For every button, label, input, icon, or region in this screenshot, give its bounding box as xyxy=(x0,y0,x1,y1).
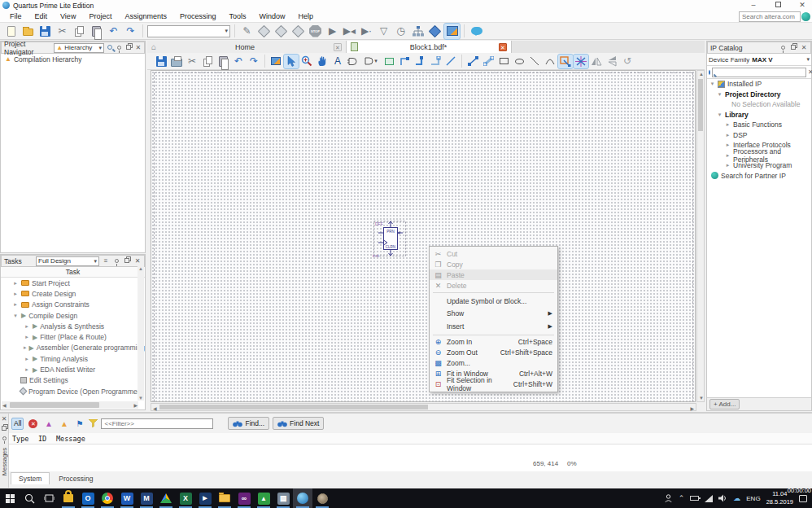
tab-block1-bdf[interactable]: Block1.bdf* ✕ xyxy=(347,41,512,53)
task-create-design[interactable]: ▸Create Design xyxy=(1,288,145,299)
search-icon[interactable] xyxy=(107,44,113,51)
device-family-value[interactable]: MAX V xyxy=(752,56,772,64)
close-panel-icon[interactable]: ✕ xyxy=(135,44,142,51)
pin-icon[interactable] xyxy=(779,44,787,51)
taskbar-mattermost[interactable]: M xyxy=(137,488,156,508)
taskbar-drive[interactable] xyxy=(156,488,176,508)
selection-tool-button[interactable] xyxy=(284,55,299,68)
ip-processors-peripherals[interactable]: ▸Processors and Peripherals xyxy=(707,151,811,161)
onedrive-cloud-icon[interactable]: ☁ xyxy=(733,494,740,502)
task-program-device[interactable]: Program Device (Open Programmer) xyxy=(1,386,145,396)
pin-icon[interactable] xyxy=(0,435,8,442)
editor-save-button[interactable] xyxy=(154,55,168,68)
pin-icon[interactable] xyxy=(112,257,120,265)
editor-copy-button[interactable] xyxy=(200,55,215,68)
rotate-button[interactable]: ↺ xyxy=(620,55,635,68)
arc-tool-button[interactable] xyxy=(543,55,557,68)
schematic-canvas[interactable] xyxy=(151,70,696,402)
taskbar-app-window[interactable]: ▤ xyxy=(273,488,293,508)
float-icon[interactable] xyxy=(123,257,131,265)
context-show[interactable]: Show▶ xyxy=(430,308,557,321)
editor-cut-button[interactable]: ✂ xyxy=(185,55,199,68)
context-cut[interactable]: ✂Cut xyxy=(430,248,557,259)
menu-file[interactable]: File xyxy=(3,12,28,20)
symbol-dropdown-button[interactable]: ▾ xyxy=(361,55,381,68)
paste-button[interactable] xyxy=(89,24,104,39)
filter-all-button[interactable]: All xyxy=(11,418,24,430)
flow-combobox[interactable]: ▾ xyxy=(147,25,230,37)
block-tool-button[interactable] xyxy=(382,55,396,68)
tab-processing[interactable]: Processing xyxy=(51,473,100,484)
netlist-viewer-button[interactable] xyxy=(444,24,460,39)
float-icon[interactable] xyxy=(0,425,8,432)
context-zoom-in[interactable]: ⊕Zoom InCtrl+Space xyxy=(430,337,557,348)
dff-symbol[interactable]: DFF PRN CLRN inst xyxy=(371,218,408,259)
filter-warnings-button[interactable]: ▲ xyxy=(58,418,70,430)
ip-basic-functions[interactable]: ▸Basic Functions xyxy=(707,120,811,130)
filter-flags-button[interactable]: ⚑ xyxy=(73,418,85,430)
redo-button[interactable]: ↷ xyxy=(123,24,138,39)
clear-search-icon[interactable]: ✕ xyxy=(808,68,812,76)
context-zoom[interactable]: ▩Zoom... xyxy=(430,358,557,369)
text-tool-button[interactable]: A xyxy=(330,55,345,68)
chevron-down-icon[interactable]: ▾ xyxy=(806,56,810,63)
context-fit-selection[interactable]: ⊡Fit Selection in WindowCtrl+Shift+W xyxy=(430,379,557,390)
add-ip-button[interactable]: + Add... xyxy=(709,399,740,409)
ip-project-directory[interactable]: ▾Project Directory xyxy=(707,90,811,100)
editor-undo-button[interactable]: ↶ xyxy=(231,55,246,68)
task-timing-analysis[interactable]: ▸▶Timing Analysis xyxy=(1,353,145,364)
taskbar-media-player[interactable]: ▶ xyxy=(195,488,215,508)
cut-button[interactable]: ✂ xyxy=(55,24,70,39)
menu-view[interactable]: View xyxy=(54,12,82,20)
taskbar-chrome[interactable] xyxy=(98,488,117,508)
orthogonal-conduit-tool-button[interactable] xyxy=(428,55,443,68)
close-block1-tab-button[interactable]: ✕ xyxy=(499,43,507,51)
language-indicator[interactable]: ENG xyxy=(746,495,760,502)
menu-project[interactable]: Project xyxy=(82,12,118,20)
tab-home[interactable]: ⌂ Home ✕ xyxy=(147,41,347,53)
ellipse-tool-button[interactable] xyxy=(512,55,526,68)
menu-assignments[interactable]: Assignments xyxy=(118,12,173,20)
ip-dsp[interactable]: ▸DSP xyxy=(707,130,811,141)
node-line-tool-button[interactable] xyxy=(465,55,480,68)
start-fitter-button[interactable] xyxy=(290,24,306,39)
close-button[interactable]: ✕ xyxy=(797,0,807,10)
bus-line-tool-button[interactable] xyxy=(481,55,495,68)
ip-installed-ip[interactable]: ▾Installed IP xyxy=(707,79,811,90)
message-filter-input[interactable] xyxy=(101,418,213,429)
run-analysis-button[interactable]: ▶﻿◂ xyxy=(342,24,357,39)
save-button[interactable] xyxy=(37,24,53,39)
taskbar-quartus[interactable] xyxy=(293,488,312,508)
minimize-button[interactable]: – xyxy=(749,0,758,10)
rubberbanding-button[interactable] xyxy=(558,55,573,68)
taskbar-search-button[interactable] xyxy=(20,488,39,508)
float-icon[interactable] xyxy=(125,44,132,51)
run-partial-button[interactable]: ▶· xyxy=(359,24,374,39)
detach-window-button[interactable] xyxy=(268,55,283,68)
column-message[interactable]: Message xyxy=(56,435,85,443)
task-compile-design[interactable]: ▾▶Compile Design xyxy=(1,310,145,321)
context-delete[interactable]: ✕Delete xyxy=(430,280,557,291)
task-assembler[interactable]: ▸▶Assembler (Generate programming files) xyxy=(1,343,145,353)
find-next-button[interactable]: Find Next xyxy=(273,417,324,430)
copy-button[interactable] xyxy=(72,24,87,39)
taskbar-word[interactable]: W xyxy=(117,488,137,508)
ip-search-partner[interactable]: Search for Partner IP xyxy=(707,171,811,182)
edit-button[interactable]: ✎ xyxy=(239,24,255,39)
task-start-project[interactable]: ▸Start Project xyxy=(1,278,145,288)
close-panel-icon[interactable]: ✕ xyxy=(133,257,142,265)
ip-search-input[interactable] xyxy=(712,68,806,77)
menu-processing[interactable]: Processing xyxy=(173,12,223,20)
taskbar-file-explorer[interactable] xyxy=(215,488,234,508)
new-file-button[interactable] xyxy=(3,24,19,39)
orthogonal-bus-tool-button[interactable] xyxy=(413,55,427,68)
compilation-hierarchy-item[interactable]: ▲ Compilation Hierarchy xyxy=(1,54,145,64)
zoom-tool-button[interactable] xyxy=(299,55,314,68)
context-insert[interactable]: Insert▶ xyxy=(430,320,557,333)
stop-processing-button[interactable]: STOP xyxy=(308,24,323,39)
run-button[interactable]: ▶ xyxy=(325,24,340,39)
partial-line-selection-button[interactable] xyxy=(574,55,588,68)
editor-paste-button[interactable] xyxy=(216,55,230,68)
symbol-tool-button[interactable] xyxy=(346,55,360,68)
feedback-button[interactable] xyxy=(469,24,484,39)
